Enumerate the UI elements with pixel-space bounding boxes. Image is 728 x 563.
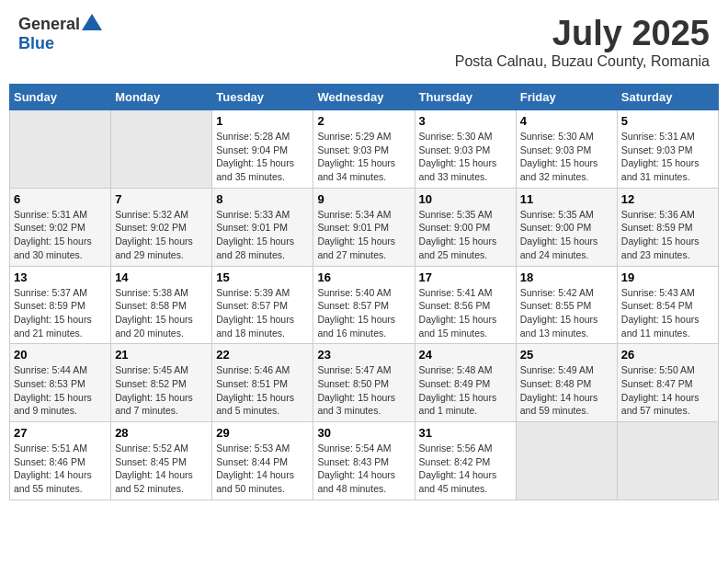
calendar-cell-w4-d3: 23Sunrise: 5:47 AMSunset: 8:50 PMDayligh… xyxy=(313,344,415,422)
day-number: 2 xyxy=(317,114,410,128)
week-row-1: 1Sunrise: 5:28 AMSunset: 9:04 PMDaylight… xyxy=(10,110,719,189)
day-number: 5 xyxy=(621,114,714,128)
day-info: Sunrise: 5:30 AMSunset: 9:03 PMDaylight:… xyxy=(520,130,613,184)
location-title: Posta Calnau, Buzau County, Romania xyxy=(455,53,710,70)
day-info: Sunrise: 5:45 AMSunset: 8:52 PMDaylight:… xyxy=(115,363,208,418)
day-number: 13 xyxy=(14,270,107,284)
header-thursday: Thursday xyxy=(415,85,516,110)
calendar-cell-w5-d3: 30Sunrise: 5:54 AMSunset: 8:43 PMDayligh… xyxy=(313,422,415,500)
header-saturday: Saturday xyxy=(617,85,718,110)
week-row-4: 20Sunrise: 5:44 AMSunset: 8:53 PMDayligh… xyxy=(10,344,719,422)
day-info: Sunrise: 5:56 AMSunset: 8:42 PMDaylight:… xyxy=(419,442,512,496)
day-info: Sunrise: 5:37 AMSunset: 8:59 PMDaylight:… xyxy=(14,286,107,340)
day-info: Sunrise: 5:35 AMSunset: 9:00 PMDaylight:… xyxy=(520,208,613,262)
day-number: 26 xyxy=(621,348,714,362)
calendar-cell-w1-d0 xyxy=(10,110,111,189)
week-row-3: 13Sunrise: 5:37 AMSunset: 8:59 PMDayligh… xyxy=(10,266,719,344)
day-number: 1 xyxy=(216,114,309,128)
day-info: Sunrise: 5:50 AMSunset: 8:47 PMDaylight:… xyxy=(621,363,714,418)
day-info: Sunrise: 5:36 AMSunset: 8:59 PMDaylight:… xyxy=(621,208,714,262)
day-number: 14 xyxy=(115,270,208,284)
calendar-cell-w1-d6: 5Sunrise: 5:31 AMSunset: 9:03 PMDaylight… xyxy=(617,110,718,189)
calendar-cell-w4-d5: 25Sunrise: 5:49 AMSunset: 8:48 PMDayligh… xyxy=(516,344,617,422)
calendar-cell-w1-d2: 1Sunrise: 5:28 AMSunset: 9:04 PMDaylight… xyxy=(212,110,313,189)
calendar-table: Sunday Monday Tuesday Wednesday Thursday… xyxy=(9,84,719,500)
day-info: Sunrise: 5:43 AMSunset: 8:54 PMDaylight:… xyxy=(621,286,714,340)
calendar-cell-w2-d4: 10Sunrise: 5:35 AMSunset: 9:00 PMDayligh… xyxy=(415,188,516,266)
day-info: Sunrise: 5:39 AMSunset: 8:57 PMDaylight:… xyxy=(216,286,309,340)
logo-general-text: General xyxy=(18,15,80,34)
day-number: 10 xyxy=(419,192,512,206)
day-info: Sunrise: 5:40 AMSunset: 8:57 PMDaylight:… xyxy=(317,286,410,340)
day-number: 3 xyxy=(419,114,512,128)
day-info: Sunrise: 5:28 AMSunset: 9:04 PMDaylight:… xyxy=(216,130,309,184)
day-number: 15 xyxy=(216,270,309,284)
calendar-cell-w1-d1 xyxy=(111,110,212,189)
logo-bird-icon xyxy=(82,14,102,34)
header-sunday: Sunday xyxy=(10,85,111,110)
calendar-cell-w5-d5 xyxy=(516,422,617,500)
header-wednesday: Wednesday xyxy=(313,85,415,110)
day-number: 25 xyxy=(520,348,613,362)
day-info: Sunrise: 5:44 AMSunset: 8:53 PMDaylight:… xyxy=(14,363,107,418)
day-number: 8 xyxy=(216,192,309,206)
header-friday: Friday xyxy=(516,85,617,110)
day-number: 11 xyxy=(520,192,613,206)
calendar-cell-w3-d3: 16Sunrise: 5:40 AMSunset: 8:57 PMDayligh… xyxy=(313,266,415,344)
calendar-cell-w2-d5: 11Sunrise: 5:35 AMSunset: 9:00 PMDayligh… xyxy=(516,188,617,266)
day-number: 9 xyxy=(317,192,410,206)
calendar-cell-w4-d4: 24Sunrise: 5:48 AMSunset: 8:49 PMDayligh… xyxy=(415,344,516,422)
calendar-header-row: Sunday Monday Tuesday Wednesday Thursday… xyxy=(10,85,719,110)
day-info: Sunrise: 5:46 AMSunset: 8:51 PMDaylight:… xyxy=(216,363,309,418)
title-block: July 2025 Posta Calnau, Buzau County, Ro… xyxy=(455,14,710,70)
calendar-cell-w2-d1: 7Sunrise: 5:32 AMSunset: 9:02 PMDaylight… xyxy=(111,188,212,266)
calendar-cell-w4-d1: 21Sunrise: 5:45 AMSunset: 8:52 PMDayligh… xyxy=(111,344,212,422)
calendar-cell-w4-d0: 20Sunrise: 5:44 AMSunset: 8:53 PMDayligh… xyxy=(10,344,111,422)
calendar-cell-w2-d2: 8Sunrise: 5:33 AMSunset: 9:01 PMDaylight… xyxy=(212,188,313,266)
logo: General Blue xyxy=(18,14,102,53)
day-number: 30 xyxy=(317,426,410,440)
calendar-cell-w3-d0: 13Sunrise: 5:37 AMSunset: 8:59 PMDayligh… xyxy=(10,266,111,344)
day-number: 21 xyxy=(115,348,208,362)
day-number: 23 xyxy=(317,348,410,362)
calendar-cell-w3-d5: 18Sunrise: 5:42 AMSunset: 8:55 PMDayligh… xyxy=(516,266,617,344)
day-number: 18 xyxy=(520,270,613,284)
calendar-cell-w3-d1: 14Sunrise: 5:38 AMSunset: 8:58 PMDayligh… xyxy=(111,266,212,344)
calendar-cell-w4-d2: 22Sunrise: 5:46 AMSunset: 8:51 PMDayligh… xyxy=(212,344,313,422)
day-number: 12 xyxy=(621,192,714,206)
calendar-cell-w3-d2: 15Sunrise: 5:39 AMSunset: 8:57 PMDayligh… xyxy=(212,266,313,344)
day-number: 16 xyxy=(317,270,410,284)
day-number: 20 xyxy=(14,348,107,362)
svg-marker-0 xyxy=(82,14,102,30)
calendar-cell-w5-d6 xyxy=(617,422,718,500)
day-info: Sunrise: 5:52 AMSunset: 8:45 PMDaylight:… xyxy=(115,442,208,496)
calendar-cell-w3-d6: 19Sunrise: 5:43 AMSunset: 8:54 PMDayligh… xyxy=(617,266,718,344)
day-number: 27 xyxy=(14,426,107,440)
day-number: 31 xyxy=(419,426,512,440)
day-info: Sunrise: 5:47 AMSunset: 8:50 PMDaylight:… xyxy=(317,363,410,418)
calendar-cell-w5-d4: 31Sunrise: 5:56 AMSunset: 8:42 PMDayligh… xyxy=(415,422,516,500)
calendar-cell-w2-d6: 12Sunrise: 5:36 AMSunset: 8:59 PMDayligh… xyxy=(617,188,718,266)
day-info: Sunrise: 5:38 AMSunset: 8:58 PMDaylight:… xyxy=(115,286,208,340)
day-info: Sunrise: 5:53 AMSunset: 8:44 PMDaylight:… xyxy=(216,442,309,496)
calendar-cell-w1-d4: 3Sunrise: 5:30 AMSunset: 9:03 PMDaylight… xyxy=(415,110,516,189)
day-info: Sunrise: 5:54 AMSunset: 8:43 PMDaylight:… xyxy=(317,442,410,496)
week-row-2: 6Sunrise: 5:31 AMSunset: 9:02 PMDaylight… xyxy=(10,188,719,266)
day-number: 4 xyxy=(520,114,613,128)
calendar-cell-w1-d5: 4Sunrise: 5:30 AMSunset: 9:03 PMDaylight… xyxy=(516,110,617,189)
calendar-cell-w3-d4: 17Sunrise: 5:41 AMSunset: 8:56 PMDayligh… xyxy=(415,266,516,344)
page-header: General Blue July 2025 Posta Calnau, Buz… xyxy=(9,9,719,75)
day-number: 29 xyxy=(216,426,309,440)
day-info: Sunrise: 5:33 AMSunset: 9:01 PMDaylight:… xyxy=(216,208,309,262)
month-title: July 2025 xyxy=(455,14,710,53)
day-info: Sunrise: 5:48 AMSunset: 8:49 PMDaylight:… xyxy=(419,363,512,418)
day-info: Sunrise: 5:29 AMSunset: 9:03 PMDaylight:… xyxy=(317,130,410,184)
header-monday: Monday xyxy=(111,85,212,110)
calendar-cell-w4-d6: 26Sunrise: 5:50 AMSunset: 8:47 PMDayligh… xyxy=(617,344,718,422)
calendar-cell-w5-d2: 29Sunrise: 5:53 AMSunset: 8:44 PMDayligh… xyxy=(212,422,313,500)
day-info: Sunrise: 5:42 AMSunset: 8:55 PMDaylight:… xyxy=(520,286,613,340)
day-info: Sunrise: 5:34 AMSunset: 9:01 PMDaylight:… xyxy=(317,208,410,262)
week-row-5: 27Sunrise: 5:51 AMSunset: 8:46 PMDayligh… xyxy=(10,422,719,500)
calendar-cell-w5-d1: 28Sunrise: 5:52 AMSunset: 8:45 PMDayligh… xyxy=(111,422,212,500)
day-info: Sunrise: 5:31 AMSunset: 9:03 PMDaylight:… xyxy=(621,130,714,184)
